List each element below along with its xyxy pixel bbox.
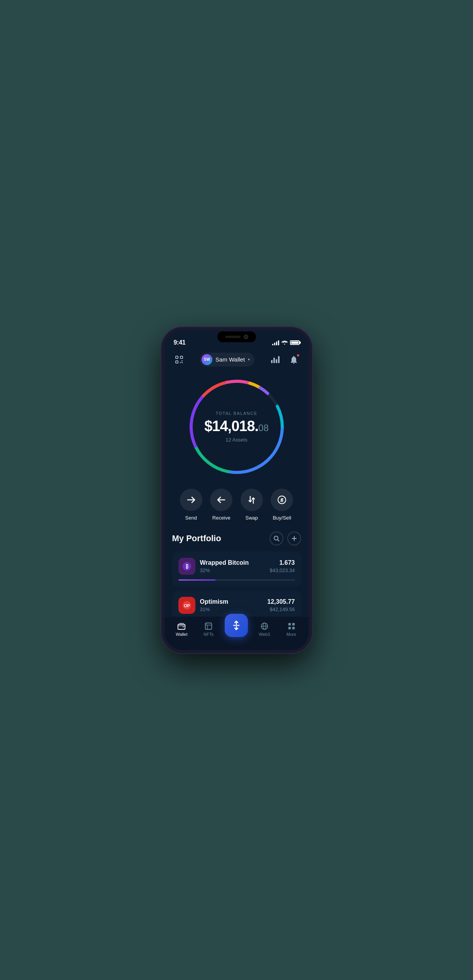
nfts-nav-label: NFTs	[203, 632, 214, 637]
svg-rect-40	[288, 627, 290, 629]
signal-bars-icon	[272, 340, 279, 345]
op-values: 12,305.77 $42,149.56	[267, 598, 295, 612]
status-time: 9:41	[174, 339, 186, 346]
nav-wallet[interactable]: Wallet	[171, 622, 192, 637]
receive-icon	[210, 489, 232, 511]
op-icon: OP	[178, 597, 195, 614]
screen: 9:41	[164, 330, 309, 650]
more-nav-label: More	[287, 632, 296, 637]
wbtc-progress-fill	[178, 579, 216, 581]
account-selector[interactable]: SW Sam Wallet ▾	[200, 353, 254, 367]
svg-rect-2	[176, 361, 178, 363]
balance-cents: 08	[258, 423, 269, 433]
center-action-button[interactable]	[225, 614, 248, 637]
nav-web3[interactable]: Web3	[254, 622, 275, 637]
wbtc-values: 1.673 $43,023.34	[270, 559, 295, 573]
receive-button[interactable]: Receive	[210, 489, 232, 521]
wallet-nav-label: Wallet	[176, 632, 187, 637]
balance-label: TOTAL BALANCE	[204, 411, 269, 416]
svg-point-20	[274, 536, 278, 540]
balance-amount: $14,018. 08	[204, 418, 269, 435]
action-buttons: Send Receive	[172, 485, 301, 528]
portfolio-title: My Portfolio	[172, 533, 221, 544]
search-portfolio-button[interactable]	[270, 532, 283, 545]
more-nav-icon	[287, 622, 296, 630]
swap-label: Swap	[245, 515, 258, 521]
op-percent: 31%	[200, 606, 263, 612]
op-usd: $42,149.56	[267, 606, 295, 612]
nfts-nav-icon	[204, 622, 213, 630]
header-actions	[268, 353, 301, 367]
svg-point-30	[206, 624, 207, 625]
op-info: Optimism 31%	[200, 598, 263, 612]
balance-assets: 12 Assets	[204, 437, 269, 443]
web3-nav-icon	[260, 622, 269, 630]
chevron-down-icon: ▾	[248, 357, 250, 362]
bar-chart-icon	[271, 356, 280, 363]
buysell-icon: $	[271, 489, 293, 511]
wbtc-progress	[178, 579, 295, 581]
portfolio-header: My Portfolio	[172, 528, 301, 552]
wbtc-icon: ₿	[178, 558, 195, 575]
op-name: Optimism	[200, 598, 263, 605]
notification-button[interactable]	[287, 353, 301, 367]
svg-rect-0	[176, 356, 178, 358]
svg-rect-1	[180, 356, 183, 358]
buysell-button[interactable]: $ Buy/Sell	[271, 489, 293, 521]
svg-rect-39	[292, 623, 294, 625]
svg-text:₿: ₿	[185, 564, 188, 569]
web3-nav-label: Web3	[259, 632, 270, 637]
status-icons	[272, 340, 300, 346]
wbtc-info: Wrapped Bitcoin 32%	[200, 559, 265, 573]
balance-section: TOTAL BALANCE $14,018. 08 12 Assets	[172, 373, 301, 485]
header: SW Sam Wallet ▾	[172, 350, 301, 373]
center-action-icon	[231, 620, 241, 630]
account-name: Sam Wallet	[215, 356, 245, 363]
portfolio-actions	[270, 532, 301, 545]
scan-button[interactable]	[172, 353, 186, 367]
balance-main: $14,018.	[204, 418, 258, 435]
asset-card-wbtc[interactable]: ₿ Wrapped Bitcoin 32% 1.673 $43,023.34	[172, 552, 301, 587]
swap-icon	[241, 489, 263, 511]
wbtc-percent: 32%	[200, 567, 265, 573]
svg-text:OP: OP	[184, 603, 190, 608]
wbtc-name: Wrapped Bitcoin	[200, 559, 265, 566]
main-content: SW Sam Wallet ▾	[164, 350, 309, 650]
svg-line-6	[181, 362, 183, 363]
svg-rect-38	[288, 623, 290, 625]
wbtc-usd: $43,023.34	[270, 567, 295, 573]
balance-center: TOTAL BALANCE $14,018. 08 12 Assets	[204, 411, 269, 443]
wallet-nav-icon	[177, 622, 186, 630]
add-asset-button[interactable]	[287, 532, 301, 545]
phone-frame: 9:41	[161, 327, 312, 653]
notch	[212, 330, 262, 343]
asset-row: ₿ Wrapped Bitcoin 32% 1.673 $43,023.34	[178, 558, 295, 575]
nav-nfts[interactable]: NFTs	[198, 622, 219, 637]
swap-button[interactable]: Swap	[241, 489, 263, 521]
send-icon	[180, 489, 202, 511]
nav-more[interactable]: More	[281, 622, 302, 637]
battery-icon	[290, 340, 300, 345]
notification-badge	[296, 353, 300, 357]
asset-row: OP Optimism 31% 12,305.77 $42,149.56	[178, 597, 295, 614]
balance-ring: TOTAL BALANCE $14,018. 08 12 Assets	[186, 377, 287, 477]
op-amount: 12,305.77	[267, 598, 295, 605]
buysell-label: Buy/Sell	[273, 515, 291, 521]
bottom-nav: Wallet NFTs	[164, 616, 309, 650]
svg-line-21	[278, 540, 279, 541]
wifi-icon	[281, 340, 288, 346]
send-button[interactable]: Send	[180, 489, 202, 521]
svg-rect-41	[292, 627, 294, 629]
avatar: SW	[202, 354, 212, 365]
wbtc-amount: 1.673	[270, 559, 295, 566]
receive-label: Receive	[212, 515, 231, 521]
chart-button[interactable]	[268, 353, 282, 367]
send-label: Send	[185, 515, 197, 521]
